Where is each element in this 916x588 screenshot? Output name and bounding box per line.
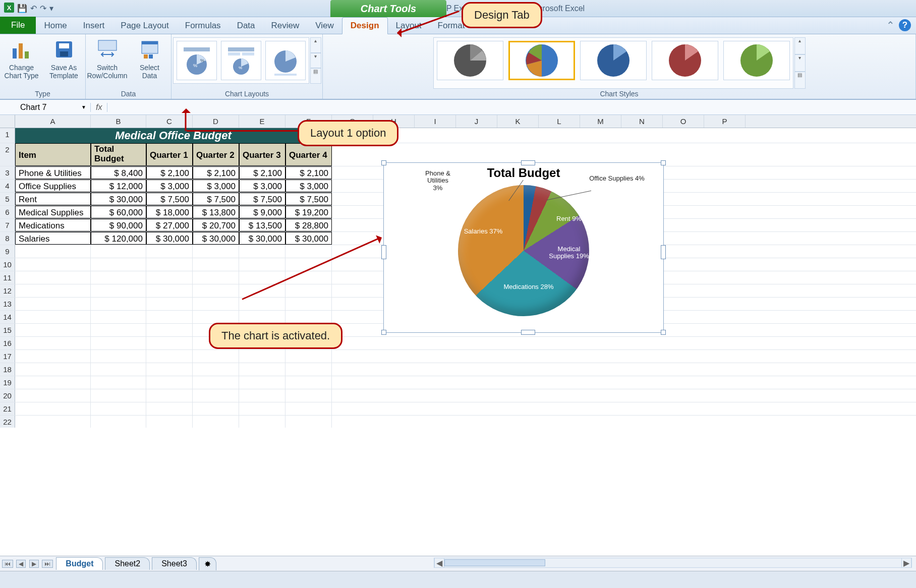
tab-home[interactable]: Home: [36, 18, 75, 34]
empty-cell[interactable]: [193, 350, 239, 363]
cell-q4[interactable]: $ 7,500: [285, 193, 332, 205]
header-q3[interactable]: Quarter 3: [239, 143, 285, 166]
fx-label[interactable]: fx: [91, 103, 107, 112]
empty-cell[interactable]: [15, 402, 91, 415]
empty-cell[interactable]: [15, 389, 91, 402]
empty-cell[interactable]: [15, 284, 91, 297]
resize-handle[interactable]: [661, 330, 666, 335]
cell-q2[interactable]: $ 20,700: [193, 219, 239, 231]
embedded-chart[interactable]: Total Budget Phone & Utilities 3% Office…: [383, 162, 664, 333]
empty-cell[interactable]: [239, 402, 285, 415]
resize-handle[interactable]: [521, 160, 535, 165]
pie-chart-area[interactable]: Phone & Utilities 3% Office Supplies 4% …: [458, 185, 589, 316]
cell-total[interactable]: $ 60,000: [91, 206, 146, 218]
switch-row-column-button[interactable]: Switch Row/Column: [89, 37, 126, 80]
row-header[interactable]: 20: [0, 389, 15, 402]
change-chart-type-button[interactable]: Change Chart Type: [4, 37, 40, 80]
resize-handle[interactable]: [381, 330, 386, 335]
empty-cell[interactable]: [15, 298, 91, 310]
empty-cell[interactable]: [146, 271, 193, 284]
empty-cell[interactable]: [146, 324, 193, 336]
empty-cell[interactable]: [193, 389, 239, 402]
row-header[interactable]: 1: [0, 128, 15, 143]
header-item[interactable]: Item: [15, 143, 91, 166]
scroll-left-icon[interactable]: ◀: [434, 558, 444, 567]
header-q4[interactable]: Quarter 4: [285, 143, 332, 166]
empty-cell[interactable]: [193, 416, 239, 428]
cell-q4[interactable]: $ 19,200: [285, 206, 332, 218]
save-as-template-button[interactable]: Save As Template: [46, 37, 82, 80]
empty-cell[interactable]: [239, 311, 285, 323]
empty-cell[interactable]: [239, 389, 285, 402]
cell-q4[interactable]: $ 3,000: [285, 180, 332, 192]
col-header-J[interactable]: J: [456, 115, 497, 128]
empty-cell[interactable]: [239, 363, 285, 376]
empty-cell[interactable]: [193, 298, 239, 310]
tab-data[interactable]: Data: [229, 18, 263, 34]
tab-view[interactable]: View: [307, 18, 342, 34]
name-box[interactable]: Chart 7▼: [0, 103, 91, 112]
resize-handle[interactable]: [381, 160, 386, 165]
col-header-B[interactable]: B: [91, 115, 146, 128]
empty-cell[interactable]: [285, 416, 332, 428]
cell-q2[interactable]: $ 2,100: [193, 166, 239, 179]
sheet-tab-sheet3[interactable]: Sheet3: [152, 557, 197, 570]
save-icon[interactable]: 💾: [17, 4, 27, 13]
row-header[interactable]: 9: [0, 245, 15, 258]
chart-layout-1[interactable]: %%: [177, 41, 217, 80]
empty-cell[interactable]: [285, 311, 332, 323]
empty-cell[interactable]: [239, 245, 285, 258]
cell-item[interactable]: Medications: [15, 219, 91, 231]
resize-handle[interactable]: [661, 245, 666, 259]
empty-cell[interactable]: [91, 350, 146, 363]
empty-cell[interactable]: [15, 416, 91, 428]
empty-cell[interactable]: [285, 284, 332, 297]
row-header[interactable]: 18: [0, 363, 15, 376]
row-header[interactable]: 10: [0, 258, 15, 271]
chart-style-2[interactable]: [508, 41, 575, 80]
empty-cell[interactable]: [239, 350, 285, 363]
empty-cell[interactable]: [193, 402, 239, 415]
cell-q1[interactable]: $ 18,000: [146, 206, 193, 218]
empty-cell[interactable]: [91, 258, 146, 271]
scroll-thumb[interactable]: [444, 559, 545, 566]
cell-q3[interactable]: $ 3,000: [239, 180, 285, 192]
cell-total[interactable]: $ 120,000: [91, 232, 146, 245]
last-sheet-icon[interactable]: ⏭: [42, 560, 53, 568]
cell-total[interactable]: $ 12,000: [91, 180, 146, 192]
empty-cell[interactable]: [285, 245, 332, 258]
empty-cell[interactable]: [146, 298, 193, 310]
col-header-A[interactable]: A: [15, 115, 91, 128]
empty-cell[interactable]: [146, 350, 193, 363]
cell-item[interactable]: Phone & Utilities: [15, 166, 91, 179]
sheet-tab-sheet2[interactable]: Sheet2: [105, 557, 150, 570]
row-header[interactable]: 21: [0, 402, 15, 415]
empty-cell[interactable]: [239, 258, 285, 271]
cell-item[interactable]: Salaries: [15, 232, 91, 245]
empty-cell[interactable]: [146, 311, 193, 323]
cell-total[interactable]: $ 30,000: [91, 193, 146, 205]
header-q1[interactable]: Quarter 1: [146, 143, 193, 166]
col-header-O[interactable]: O: [663, 115, 704, 128]
cell-item[interactable]: Rent: [15, 193, 91, 205]
tab-page-layout[interactable]: Page Layout: [112, 18, 177, 34]
row-header[interactable]: 5: [0, 193, 15, 205]
col-header-I[interactable]: I: [415, 115, 456, 128]
empty-cell[interactable]: [15, 258, 91, 271]
chart-style-4[interactable]: [652, 41, 718, 80]
empty-cell[interactable]: [193, 245, 239, 258]
namebox-dropdown-icon[interactable]: ▼: [81, 104, 86, 110]
row-header[interactable]: 4: [0, 180, 15, 192]
tab-review[interactable]: Review: [263, 18, 308, 34]
empty-cell[interactable]: [239, 298, 285, 310]
help-icon[interactable]: ?: [899, 19, 911, 31]
layouts-scroll[interactable]: ▴▾▤: [310, 37, 321, 84]
qat-dropdown-icon[interactable]: ▾: [49, 4, 53, 13]
tab-insert[interactable]: Insert: [75, 18, 113, 34]
chart-layout-2[interactable]: %: [221, 41, 261, 80]
resize-handle[interactable]: [381, 245, 386, 259]
select-data-button[interactable]: Select Data: [132, 37, 168, 80]
empty-cell[interactable]: [285, 376, 332, 389]
tab-file[interactable]: File: [0, 17, 36, 34]
tab-design[interactable]: Design: [342, 17, 388, 34]
